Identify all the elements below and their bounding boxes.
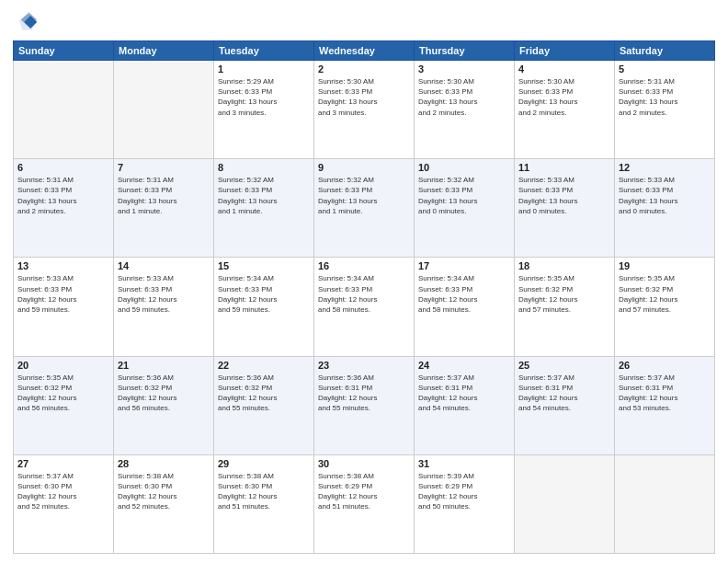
calendar-cell: 23Sunrise: 5:36 AM Sunset: 6:31 PM Dayli… xyxy=(314,356,415,454)
day-detail: Sunrise: 5:35 AM Sunset: 6:32 PM Dayligh… xyxy=(518,273,610,315)
day-detail: Sunrise: 5:36 AM Sunset: 6:31 PM Dayligh… xyxy=(318,373,410,414)
calendar-cell: 10Sunrise: 5:32 AM Sunset: 6:33 PM Dayli… xyxy=(415,159,515,258)
calendar-cell xyxy=(14,61,114,159)
calendar-cell: 26Sunrise: 5:37 AM Sunset: 6:31 PM Dayli… xyxy=(615,356,715,454)
calendar-cell: 4Sunrise: 5:30 AM Sunset: 6:33 PM Daylig… xyxy=(515,61,615,159)
day-detail: Sunrise: 5:33 AM Sunset: 6:33 PM Dayligh… xyxy=(17,273,109,315)
day-number: 31 xyxy=(418,458,510,469)
day-detail: Sunrise: 5:34 AM Sunset: 6:33 PM Dayligh… xyxy=(218,273,310,315)
day-number: 24 xyxy=(418,360,510,371)
day-number: 22 xyxy=(218,360,310,371)
day-number: 4 xyxy=(518,63,610,75)
day-detail: Sunrise: 5:36 AM Sunset: 6:32 PM Dayligh… xyxy=(218,373,310,414)
day-number: 8 xyxy=(218,162,310,173)
weekday-header-row: SundayMondayTuesdayWednesdayThursdayFrid… xyxy=(14,41,715,61)
day-detail: Sunrise: 5:33 AM Sunset: 6:33 PM Dayligh… xyxy=(619,175,711,216)
day-number: 1 xyxy=(218,63,310,75)
logo-icon xyxy=(13,9,39,35)
day-number: 23 xyxy=(318,360,410,371)
calendar-cell: 13Sunrise: 5:33 AM Sunset: 6:33 PM Dayli… xyxy=(14,258,114,356)
day-detail: Sunrise: 5:32 AM Sunset: 6:33 PM Dayligh… xyxy=(218,175,310,216)
day-detail: Sunrise: 5:32 AM Sunset: 6:33 PM Dayligh… xyxy=(318,175,410,216)
calendar-week-row: 13Sunrise: 5:33 AM Sunset: 6:33 PM Dayli… xyxy=(14,258,715,356)
day-detail: Sunrise: 5:30 AM Sunset: 6:33 PM Dayligh… xyxy=(318,76,410,118)
calendar-cell: 14Sunrise: 5:33 AM Sunset: 6:33 PM Dayli… xyxy=(114,258,214,356)
calendar-cell: 31Sunrise: 5:39 AM Sunset: 6:29 PM Dayli… xyxy=(415,454,515,553)
day-number: 27 xyxy=(17,458,109,469)
day-detail: Sunrise: 5:29 AM Sunset: 6:33 PM Dayligh… xyxy=(218,76,310,118)
day-number: 21 xyxy=(118,360,210,371)
day-detail: Sunrise: 5:37 AM Sunset: 6:30 PM Dayligh… xyxy=(17,471,109,512)
day-detail: Sunrise: 5:38 AM Sunset: 6:30 PM Dayligh… xyxy=(118,471,210,512)
calendar-cell: 29Sunrise: 5:38 AM Sunset: 6:30 PM Dayli… xyxy=(214,454,314,553)
calendar-week-row: 27Sunrise: 5:37 AM Sunset: 6:30 PM Dayli… xyxy=(14,454,715,553)
day-number: 26 xyxy=(619,360,711,371)
day-detail: Sunrise: 5:38 AM Sunset: 6:30 PM Dayligh… xyxy=(218,471,310,512)
day-number: 3 xyxy=(418,63,510,75)
day-number: 10 xyxy=(418,162,510,173)
calendar-cell: 15Sunrise: 5:34 AM Sunset: 6:33 PM Dayli… xyxy=(214,258,314,356)
day-number: 11 xyxy=(518,162,610,173)
day-detail: Sunrise: 5:30 AM Sunset: 6:33 PM Dayligh… xyxy=(418,76,510,118)
calendar-cell: 21Sunrise: 5:36 AM Sunset: 6:32 PM Dayli… xyxy=(114,356,214,454)
day-detail: Sunrise: 5:38 AM Sunset: 6:29 PM Dayligh… xyxy=(318,471,410,512)
day-detail: Sunrise: 5:35 AM Sunset: 6:32 PM Dayligh… xyxy=(17,373,109,414)
weekday-header: Tuesday xyxy=(214,41,314,61)
calendar-cell: 18Sunrise: 5:35 AM Sunset: 6:32 PM Dayli… xyxy=(515,258,615,356)
day-detail: Sunrise: 5:37 AM Sunset: 6:31 PM Dayligh… xyxy=(418,373,510,414)
day-detail: Sunrise: 5:30 AM Sunset: 6:33 PM Dayligh… xyxy=(518,76,610,118)
day-detail: Sunrise: 5:37 AM Sunset: 6:31 PM Dayligh… xyxy=(619,373,711,414)
calendar-cell: 20Sunrise: 5:35 AM Sunset: 6:32 PM Dayli… xyxy=(14,356,114,454)
calendar-cell: 19Sunrise: 5:35 AM Sunset: 6:32 PM Dayli… xyxy=(615,258,715,356)
calendar-cell xyxy=(114,61,214,159)
calendar-week-row: 20Sunrise: 5:35 AM Sunset: 6:32 PM Dayli… xyxy=(14,356,715,454)
day-number: 2 xyxy=(318,63,410,75)
calendar-cell: 25Sunrise: 5:37 AM Sunset: 6:31 PM Dayli… xyxy=(515,356,615,454)
header xyxy=(13,9,715,35)
day-detail: Sunrise: 5:36 AM Sunset: 6:32 PM Dayligh… xyxy=(118,373,210,414)
calendar-cell: 24Sunrise: 5:37 AM Sunset: 6:31 PM Dayli… xyxy=(415,356,515,454)
calendar-cell: 17Sunrise: 5:34 AM Sunset: 6:33 PM Dayli… xyxy=(415,258,515,356)
calendar-cell: 5Sunrise: 5:31 AM Sunset: 6:33 PM Daylig… xyxy=(615,61,715,159)
day-number: 5 xyxy=(619,63,711,75)
day-number: 7 xyxy=(118,162,210,173)
calendar-cell: 6Sunrise: 5:31 AM Sunset: 6:33 PM Daylig… xyxy=(14,159,114,258)
calendar-cell: 12Sunrise: 5:33 AM Sunset: 6:33 PM Dayli… xyxy=(615,159,715,258)
calendar-cell: 3Sunrise: 5:30 AM Sunset: 6:33 PM Daylig… xyxy=(415,61,515,159)
weekday-header: Thursday xyxy=(415,41,515,61)
day-number: 15 xyxy=(218,260,310,271)
weekday-header: Friday xyxy=(515,41,615,61)
day-detail: Sunrise: 5:34 AM Sunset: 6:33 PM Dayligh… xyxy=(318,273,410,315)
day-number: 18 xyxy=(518,260,610,271)
day-number: 30 xyxy=(318,458,410,469)
weekday-header: Monday xyxy=(114,41,214,61)
day-detail: Sunrise: 5:33 AM Sunset: 6:33 PM Dayligh… xyxy=(118,273,210,315)
day-number: 13 xyxy=(17,260,109,271)
calendar: SundayMondayTuesdayWednesdayThursdayFrid… xyxy=(13,40,715,554)
day-number: 14 xyxy=(118,260,210,271)
day-number: 28 xyxy=(118,458,210,469)
calendar-cell: 1Sunrise: 5:29 AM Sunset: 6:33 PM Daylig… xyxy=(214,61,314,159)
day-detail: Sunrise: 5:33 AM Sunset: 6:33 PM Dayligh… xyxy=(518,175,610,216)
day-number: 16 xyxy=(318,260,410,271)
calendar-week-row: 1Sunrise: 5:29 AM Sunset: 6:33 PM Daylig… xyxy=(14,61,715,159)
weekday-header: Sunday xyxy=(14,41,114,61)
day-detail: Sunrise: 5:37 AM Sunset: 6:31 PM Dayligh… xyxy=(518,373,610,414)
day-detail: Sunrise: 5:35 AM Sunset: 6:32 PM Dayligh… xyxy=(619,273,711,315)
day-number: 12 xyxy=(619,162,711,173)
calendar-cell: 16Sunrise: 5:34 AM Sunset: 6:33 PM Dayli… xyxy=(314,258,415,356)
day-number: 9 xyxy=(318,162,410,173)
day-number: 17 xyxy=(418,260,510,271)
day-detail: Sunrise: 5:31 AM Sunset: 6:33 PM Dayligh… xyxy=(17,175,109,216)
calendar-cell: 27Sunrise: 5:37 AM Sunset: 6:30 PM Dayli… xyxy=(14,454,114,553)
day-detail: Sunrise: 5:31 AM Sunset: 6:33 PM Dayligh… xyxy=(619,76,711,118)
calendar-cell: 22Sunrise: 5:36 AM Sunset: 6:32 PM Dayli… xyxy=(214,356,314,454)
day-number: 25 xyxy=(518,360,610,371)
day-number: 6 xyxy=(17,162,109,173)
weekday-header: Wednesday xyxy=(314,41,415,61)
calendar-cell: 28Sunrise: 5:38 AM Sunset: 6:30 PM Dayli… xyxy=(114,454,214,553)
calendar-week-row: 6Sunrise: 5:31 AM Sunset: 6:33 PM Daylig… xyxy=(14,159,715,258)
weekday-header: Saturday xyxy=(615,41,715,61)
logo xyxy=(13,9,42,35)
calendar-cell: 7Sunrise: 5:31 AM Sunset: 6:33 PM Daylig… xyxy=(114,159,214,258)
